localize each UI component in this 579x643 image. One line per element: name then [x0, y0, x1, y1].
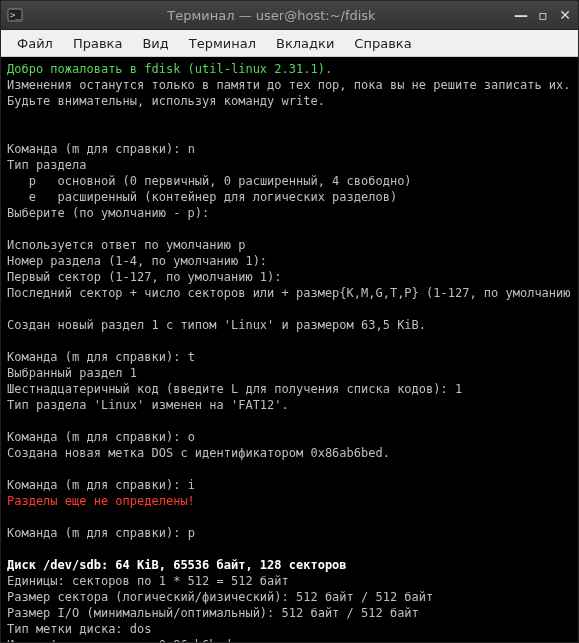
- terminal-window: >_ Терминал — user@host:~/fdisk — ▫ ✕ Фа…: [0, 0, 579, 643]
- output-line: Используется ответ по умолчанию p: [7, 238, 245, 252]
- prompt-line: Шестнадцатеричный код (введите L для пол…: [7, 382, 462, 396]
- disk-header: Диск /dev/sdb: 64 KiB, 65536 байт, 128 с…: [7, 558, 347, 572]
- output-line: p основной (0 первичный, 0 расширенный, …: [7, 174, 412, 188]
- prompt-line: Команда (m для справки): o: [7, 430, 195, 444]
- output-line: Создана новая метка DOS с идентификаторо…: [7, 446, 390, 460]
- output-line: Единицы: секторов по 1 * 512 = 512 байт: [7, 574, 289, 588]
- prompt-line: Команда (m для справки): i: [7, 478, 195, 492]
- terminal-icon: >_: [7, 7, 23, 23]
- prompt-line: Команда (m для справки): t: [7, 350, 195, 364]
- menu-help[interactable]: Справка: [344, 32, 421, 55]
- output-line: Тип раздела 'Linux' изменен на 'FAT12'.: [7, 398, 289, 412]
- output-line: Последний сектор + число секторов или + …: [7, 286, 571, 300]
- terminal-output[interactable]: Добро пожаловать в fdisk (util-linux 2.3…: [1, 57, 578, 642]
- window-controls: — ▫ ✕: [514, 7, 572, 23]
- maximize-button[interactable]: ▫: [536, 7, 550, 23]
- output-line: Размер I/O (минимальный/оптимальный): 51…: [7, 606, 419, 620]
- menu-file[interactable]: Файл: [7, 32, 63, 55]
- output-line: Выберите (по умолчанию - p):: [7, 206, 209, 220]
- output-line: Размер сектора (логический/физический): …: [7, 590, 433, 604]
- titlebar[interactable]: >_ Терминал — user@host:~/fdisk — ▫ ✕: [1, 1, 578, 30]
- output-line: Тип раздела: [7, 158, 86, 172]
- error-line: Разделы еще не определены!: [7, 494, 195, 508]
- output-line: Номер раздела (1-4, по умолчанию 1):: [7, 254, 267, 268]
- output-line: Будьте внимательны, используя команду wr…: [7, 94, 325, 108]
- welcome-line: Добро пожаловать в fdisk (util-linux 2.3…: [7, 62, 332, 76]
- prompt-line: Команда (m для справки): p: [7, 526, 195, 540]
- output-line: Изменения останутся только в памяти до т…: [7, 78, 571, 92]
- menu-view[interactable]: Вид: [132, 32, 178, 55]
- close-button[interactable]: ✕: [558, 7, 572, 23]
- menu-tabs[interactable]: Вкладки: [266, 32, 344, 55]
- menu-terminal[interactable]: Терминал: [179, 32, 266, 55]
- minimize-button[interactable]: —: [514, 7, 528, 23]
- output-line: Выбранный раздел 1: [7, 366, 137, 380]
- menubar: Файл Правка Вид Терминал Вкладки Справка: [1, 30, 578, 57]
- output-line: Тип метки диска: dos: [7, 622, 152, 636]
- svg-text:>_: >_: [10, 10, 21, 20]
- window-title: Терминал — user@host:~/fdisk: [29, 8, 514, 23]
- output-line: Создан новый раздел 1 с типом 'Linux' и …: [7, 318, 426, 332]
- menu-edit[interactable]: Правка: [63, 32, 132, 55]
- output-line: e расширенный (контейнер для логических …: [7, 190, 397, 204]
- prompt-line: Команда (m для справки): n: [7, 142, 195, 156]
- output-line: Первый сектор (1-127, по умолчанию 1):: [7, 270, 282, 284]
- output-line: Идентификатор диска: 0x86ab6bed: [7, 638, 231, 642]
